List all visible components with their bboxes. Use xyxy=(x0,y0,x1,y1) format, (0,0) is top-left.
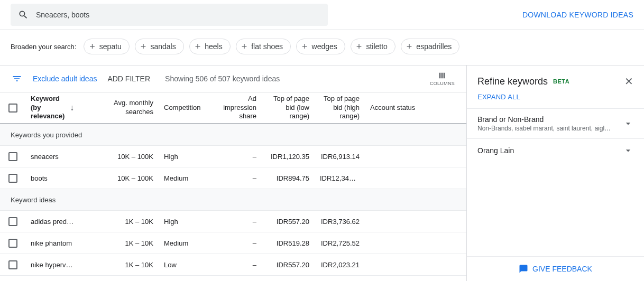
keyword-table: Keyword (by relevance)↓ Avg. monthly sea… xyxy=(0,92,466,276)
plus-icon: + xyxy=(141,42,146,51)
close-icon[interactable]: ✕ xyxy=(624,75,633,88)
cell-competition: Medium xyxy=(159,174,211,182)
table-row: sneacers10K – 100KHigh–IDR1,120.35IDR6,9… xyxy=(0,146,466,167)
cell-avg: 1K – 10K xyxy=(79,261,159,269)
plus-icon: + xyxy=(195,42,201,51)
section-ideas: Keyword ideas xyxy=(0,189,466,211)
cell-impression: – xyxy=(211,261,262,269)
cell-impression: – xyxy=(211,218,262,226)
cell-bid-low: IDR894.75 xyxy=(262,174,315,182)
cell-competition: High xyxy=(159,218,211,226)
row-checkbox[interactable] xyxy=(8,260,17,269)
cell-avg: 10K – 100K xyxy=(79,153,159,161)
header-competition[interactable]: Competition xyxy=(159,104,211,113)
download-keyword-ideas-link[interactable]: DOWNLOAD KEYWORD IDEAS xyxy=(522,11,633,19)
cell-keyword: nike phantom xyxy=(25,239,79,247)
row-checkbox[interactable] xyxy=(8,217,17,226)
table-row: adidas preda…1K – 10KHigh–IDR557.20IDR3,… xyxy=(0,211,466,232)
refine-item-sub: Non-Brands, isabel marant, saint laurent… xyxy=(477,125,623,132)
chip-sandals[interactable]: +sandals xyxy=(135,39,184,54)
table-row: nike hyperve…1K – 10KLow–IDR557.20IDR2,0… xyxy=(0,254,466,276)
arrow-down-icon: ↓ xyxy=(70,102,74,114)
header-bid-high[interactable]: Top of page bid (high range) xyxy=(315,95,365,121)
showing-text: Showing 506 of 507 keyword ideas xyxy=(165,74,280,83)
cell-keyword: sneacers xyxy=(25,153,79,161)
header-avg[interactable]: Avg. monthly searches xyxy=(79,99,159,117)
refine-item-other[interactable]: Orang Lain xyxy=(467,138,644,162)
row-checkbox[interactable] xyxy=(8,174,17,183)
search-icon xyxy=(18,10,29,20)
chip-wedges[interactable]: +wedges xyxy=(296,39,345,54)
columns-button[interactable]: COLUMNS xyxy=(430,71,455,86)
cell-impression: – xyxy=(211,174,262,182)
cell-bid-high: IDR2,023.21 xyxy=(315,261,365,269)
chip-espadrilles[interactable]: +espadrilles xyxy=(401,39,459,54)
plus-icon: + xyxy=(89,42,95,51)
refine-item-name: Brand or Non-Brand xyxy=(477,115,623,124)
search-box[interactable] xyxy=(11,4,328,26)
plus-icon: + xyxy=(242,42,247,51)
cell-impression: – xyxy=(211,153,262,161)
cell-bid-high: IDR2,725.52 xyxy=(315,239,365,247)
give-feedback-button[interactable]: GIVE FEEDBACK xyxy=(467,256,644,281)
header-keyword[interactable]: Keyword (by relevance)↓ xyxy=(25,95,79,121)
header-impression[interactable]: Ad impression share xyxy=(211,95,262,121)
filter-icon[interactable] xyxy=(12,73,22,84)
cell-bid-low: IDR557.20 xyxy=(262,261,315,269)
header-bid-low[interactable]: Top of page bid (low range) xyxy=(262,95,315,121)
beta-badge: BETA xyxy=(553,78,569,85)
chevron-down-icon xyxy=(623,118,633,129)
cell-keyword: nike hyperve… xyxy=(25,261,79,269)
row-checkbox[interactable] xyxy=(8,152,17,161)
chip-flat-shoes[interactable]: +flat shoes xyxy=(236,39,291,54)
plus-icon: + xyxy=(302,42,308,51)
select-all-checkbox[interactable] xyxy=(8,104,17,113)
add-filter-button[interactable]: ADD FILTER xyxy=(107,74,150,83)
header-account-status[interactable]: Account status xyxy=(365,104,444,113)
table-header-row: Keyword (by relevance)↓ Avg. monthly sea… xyxy=(0,92,466,124)
feedback-icon xyxy=(519,264,528,274)
refine-title: Refine keywords xyxy=(477,76,548,87)
table-row: nike phantom1K – 10KMedium–IDR519.28IDR2… xyxy=(0,232,466,254)
broaden-label: Broaden your search: xyxy=(11,43,76,51)
table-row: boots10K – 100KMedium–IDR894.75IDR12,343… xyxy=(0,167,466,189)
cell-avg: 1K – 10K xyxy=(79,239,159,247)
refine-item-name: Orang Lain xyxy=(477,146,623,155)
refine-item-brand[interactable]: Brand or Non-Brand Non-Brands, isabel ma… xyxy=(467,108,644,138)
chip-stiletto[interactable]: +stiletto xyxy=(351,39,395,54)
cell-bid-low: IDR519.28 xyxy=(262,239,315,247)
refine-panel: Refine keywords BETA ✕ EXPAND ALL Brand … xyxy=(467,65,644,281)
chip-heels[interactable]: +heels xyxy=(189,39,231,54)
cell-bid-high: IDR3,736.62 xyxy=(315,218,365,226)
cell-competition: Medium xyxy=(159,239,211,247)
cell-bid-high: IDR12,343.21 xyxy=(315,174,365,182)
cell-keyword: adidas preda… xyxy=(25,218,79,226)
cell-competition: Low xyxy=(159,261,211,269)
columns-icon xyxy=(437,71,447,80)
cell-bid-high: IDR6,913.14 xyxy=(315,153,365,161)
exclude-adult-ideas-link[interactable]: Exclude adult ideas xyxy=(33,74,97,83)
chip-sepatu[interactable]: +sepatu xyxy=(84,39,130,54)
row-checkbox[interactable] xyxy=(8,239,17,248)
cell-avg: 10K – 100K xyxy=(79,174,159,182)
chevron-down-icon xyxy=(623,145,633,156)
search-input[interactable] xyxy=(36,11,320,19)
plus-icon: + xyxy=(356,42,362,51)
cell-bid-low: IDR1,120.35 xyxy=(262,153,315,161)
expand-all-link[interactable]: EXPAND ALL xyxy=(467,93,644,108)
cell-impression: – xyxy=(211,239,262,247)
plus-icon: + xyxy=(407,42,412,51)
cell-avg: 1K – 10K xyxy=(79,218,159,226)
cell-keyword: boots xyxy=(25,174,79,182)
section-provided: Keywords you provided xyxy=(0,124,466,146)
cell-bid-low: IDR557.20 xyxy=(262,218,315,226)
cell-competition: High xyxy=(159,153,211,161)
